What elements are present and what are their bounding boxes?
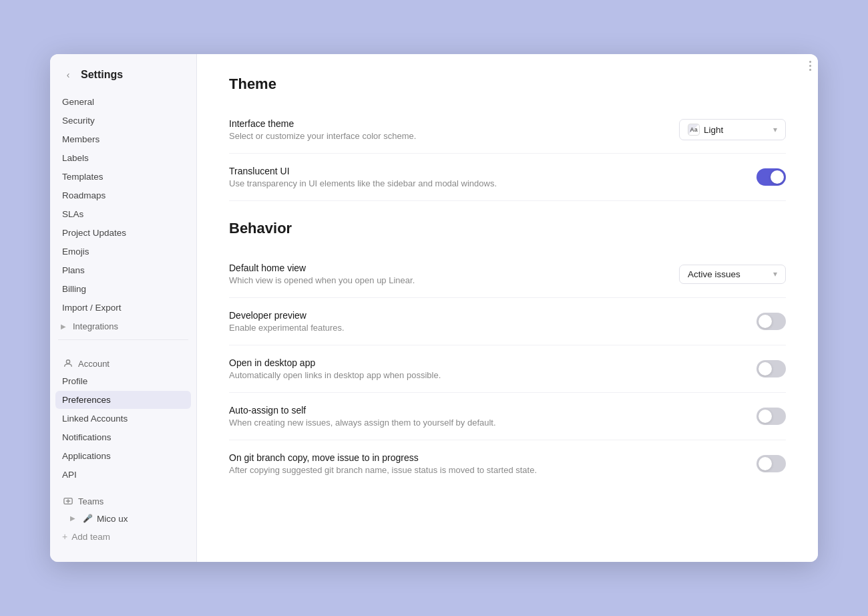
add-team-plus-icon: + xyxy=(62,531,67,542)
integrations-expand-icon: ▶ xyxy=(61,323,69,331)
sidebar-item-preferences[interactable]: Preferences xyxy=(55,391,191,409)
sidebar-item-plans[interactable]: Plans xyxy=(55,261,191,279)
sidebar-title: Settings xyxy=(81,69,123,81)
translucent-row: Translucent UI Use transparency in UI el… xyxy=(229,154,786,201)
theme-dropdown-left: Aa Light xyxy=(688,124,723,136)
sidebar: ‹ Settings General Security Members Labe… xyxy=(50,54,197,562)
translucent-info: Translucent UI Use transparency in UI el… xyxy=(229,166,740,188)
default-home-value: Active issues xyxy=(688,269,740,279)
developer-preview-desc: Enable experimental features. xyxy=(229,323,740,333)
git-branch-label: On git branch copy, move issue to in pro… xyxy=(229,452,740,463)
default-home-row: Default home view Which view is opened w… xyxy=(229,251,786,298)
auto-assign-label: Auto-assign to self xyxy=(229,405,740,416)
developer-preview-toggle-track xyxy=(756,313,786,330)
default-home-dropdown[interactable]: Active issues ▾ xyxy=(679,265,786,284)
default-home-label: Default home view xyxy=(229,263,663,273)
translucent-label: Translucent UI xyxy=(229,166,740,176)
sidebar-item-project-updates[interactable]: Project Updates xyxy=(55,224,191,242)
auto-assign-toggle-thumb xyxy=(758,410,772,423)
open-desktop-toggle-track xyxy=(756,360,786,377)
sidebar-item-labels[interactable]: Labels xyxy=(55,149,191,167)
window-resize-handle xyxy=(809,61,811,71)
open-desktop-row: Open in desktop app Automatically open l… xyxy=(229,345,786,393)
auto-assign-row: Auto-assign to self When creating new is… xyxy=(229,393,786,440)
sidebar-item-api[interactable]: API xyxy=(55,466,191,484)
translucent-toggle[interactable] xyxy=(756,168,786,186)
open-desktop-label: Open in desktop app xyxy=(229,357,740,368)
teams-section-label: Teams xyxy=(78,496,103,506)
account-label: Account xyxy=(78,359,110,369)
interface-theme-info: Interface theme Select or customize your… xyxy=(229,118,663,141)
translucent-toggle-control xyxy=(756,168,786,186)
git-branch-toggle-track xyxy=(756,455,786,472)
sidebar-item-billing[interactable]: Billing xyxy=(55,280,191,298)
developer-preview-row: Developer preview Enable experimental fe… xyxy=(229,298,786,345)
account-section: Account Profile Preferences Linked Accou… xyxy=(50,345,196,487)
developer-preview-toggle-thumb xyxy=(758,315,772,328)
auto-assign-info: Auto-assign to self When creating new is… xyxy=(229,405,740,428)
sidebar-item-slas[interactable]: SLAs xyxy=(55,205,191,223)
workspace-nav: General Security Members Labels Template… xyxy=(50,93,196,317)
sidebar-divider xyxy=(58,339,188,340)
account-icon xyxy=(62,357,74,369)
git-branch-toggle-control xyxy=(756,455,786,472)
interface-theme-desc: Select or customize your interface color… xyxy=(229,131,663,141)
theme-section-title: Theme xyxy=(229,75,786,93)
sidebar-item-general[interactable]: General xyxy=(55,93,191,111)
main-content: Theme Interface theme Select or customiz… xyxy=(197,54,818,562)
sidebar-item-security[interactable]: Security xyxy=(55,112,191,130)
theme-value: Light xyxy=(704,125,723,135)
svg-point-0 xyxy=(66,360,69,363)
interface-theme-label: Interface theme xyxy=(229,118,663,129)
team-mico-ux[interactable]: ▶ 🎤 Mico ux xyxy=(55,510,191,527)
sidebar-item-profile[interactable]: Profile xyxy=(55,372,191,390)
sidebar-item-templates[interactable]: Templates xyxy=(55,168,191,186)
translucent-toggle-track xyxy=(756,168,786,186)
interface-theme-row: Interface theme Select or customize your… xyxy=(229,106,786,154)
auto-assign-toggle[interactable] xyxy=(756,408,786,425)
git-branch-row: On git branch copy, move issue to in pro… xyxy=(229,440,786,487)
sidebar-item-notifications[interactable]: Notifications xyxy=(55,428,191,446)
git-branch-info: On git branch copy, move issue to in pro… xyxy=(229,452,740,475)
sidebar-header: ‹ Settings xyxy=(50,54,196,93)
back-button[interactable]: ‹ xyxy=(61,67,75,82)
team-expand-icon: ▶ xyxy=(70,514,78,522)
team-name: Mico ux xyxy=(97,514,128,524)
git-branch-toggle-thumb xyxy=(758,457,772,470)
teams-section: Teams ▶ 🎤 Mico ux + Add team xyxy=(50,487,196,549)
sidebar-item-roadmaps[interactable]: Roadmaps xyxy=(55,186,191,204)
auto-assign-toggle-control xyxy=(756,408,786,425)
open-desktop-info: Open in desktop app Automatically open l… xyxy=(229,357,740,380)
open-desktop-toggle[interactable] xyxy=(756,360,786,377)
sidebar-item-import-export[interactable]: Import / Export xyxy=(55,299,191,317)
theme-dropdown-control: Aa Light ▾ xyxy=(679,119,786,140)
developer-preview-toggle-control xyxy=(756,313,786,330)
open-desktop-desc: Automatically open links in desktop app … xyxy=(229,370,740,380)
account-section-label: Account xyxy=(55,355,191,372)
theme-chevron-icon: ▾ xyxy=(773,125,777,134)
sidebar-item-emojis[interactable]: Emojis xyxy=(55,243,191,261)
default-home-desc: Which view is opened when you open up Li… xyxy=(229,275,663,285)
developer-preview-toggle[interactable] xyxy=(756,313,786,330)
default-home-info: Default home view Which view is opened w… xyxy=(229,263,663,285)
sidebar-item-members[interactable]: Members xyxy=(55,130,191,148)
git-branch-desc: After copying suggested git branch name,… xyxy=(229,465,740,475)
translucent-toggle-thumb xyxy=(771,170,784,184)
teams-label: Teams xyxy=(55,492,191,510)
translucent-desc: Use transparency in UI elements like the… xyxy=(229,178,740,188)
open-desktop-toggle-control xyxy=(756,360,786,377)
add-team-label: Add team xyxy=(71,532,110,542)
behavior-section: Behavior Default home view Which view is… xyxy=(229,220,786,487)
integrations-nav: ▶ Integrations xyxy=(50,319,196,334)
default-home-dropdown-control: Active issues ▾ xyxy=(679,265,786,284)
behavior-section-title: Behavior xyxy=(229,220,786,237)
add-team-button[interactable]: + Add team xyxy=(55,528,191,545)
sidebar-item-applications[interactable]: Applications xyxy=(55,447,191,465)
integrations-section[interactable]: ▶ Integrations xyxy=(55,319,191,334)
developer-preview-label: Developer preview xyxy=(229,310,740,321)
sidebar-item-linked-accounts[interactable]: Linked Accounts xyxy=(55,410,191,428)
settings-window: ‹ Settings General Security Members Labe… xyxy=(50,54,818,562)
git-branch-toggle[interactable] xyxy=(756,455,786,472)
theme-dropdown[interactable]: Aa Light ▾ xyxy=(679,119,786,140)
open-desktop-toggle-thumb xyxy=(758,362,772,375)
